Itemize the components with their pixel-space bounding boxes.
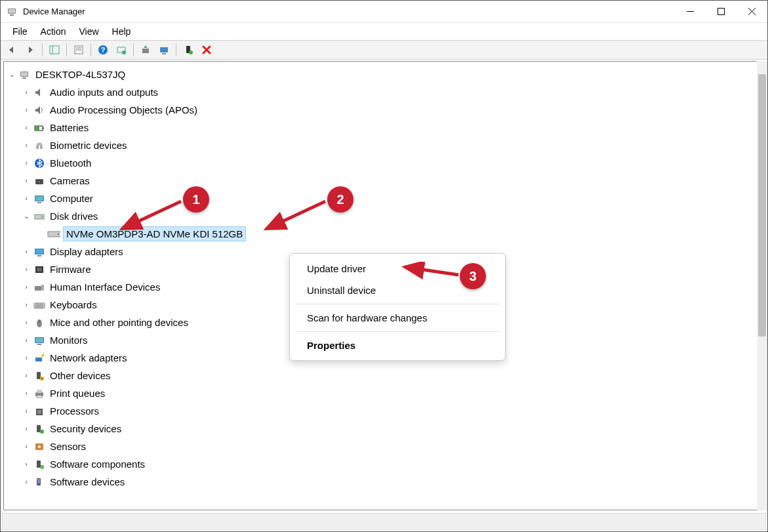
forward-button[interactable] — [22, 42, 39, 58]
maximize-button[interactable] — [706, 1, 737, 22]
svg-rect-16 — [142, 49, 149, 53]
tree-root[interactable]: ⌄ DESKTOP-4L537JQ — [7, 66, 761, 83]
tree-category-label: Sensors — [49, 439, 87, 454]
chevron-right-icon[interactable]: › — [21, 158, 31, 168]
tree-category[interactable]: › Print queues — [7, 384, 761, 402]
svg-point-15 — [122, 51, 126, 54]
svg-rect-62 — [37, 410, 41, 414]
properties-button[interactable] — [70, 42, 87, 58]
window-title: Device Manager — [23, 7, 675, 16]
chevron-down-icon[interactable]: ⌄ — [7, 70, 17, 79]
uninstall-device-button[interactable] — [155, 42, 172, 58]
svg-point-20 — [189, 51, 193, 54]
chevron-right-icon[interactable]: › — [21, 194, 31, 203]
enable-device-button[interactable] — [180, 42, 197, 58]
category-icon — [33, 157, 46, 169]
tree-category[interactable]: › Audio inputs and outputs — [7, 83, 761, 101]
chevron-right-icon[interactable]: › — [21, 353, 31, 363]
category-icon — [33, 264, 46, 276]
tree-category[interactable]: › Audio Processing Objects (APOs) — [7, 101, 761, 119]
category-icon — [33, 211, 46, 222]
tree-category[interactable]: › Biometric devices — [7, 136, 761, 154]
category-icon — [33, 423, 46, 435]
help-button[interactable]: ? — [94, 42, 111, 58]
chevron-right-icon[interactable]: › — [21, 459, 31, 469]
svg-point-64 — [40, 430, 44, 434]
tree-category[interactable]: › ? Other devices — [7, 367, 761, 384]
chevron-right-icon[interactable]: › — [21, 441, 31, 451]
chevron-right-icon[interactable]: › — [21, 300, 31, 310]
vertical-scrollbar[interactable] — [757, 61, 767, 510]
show-hide-tree-button[interactable] — [46, 42, 63, 58]
chevron-right-icon[interactable]: › — [21, 87, 31, 97]
tree-category[interactable]: › Processors — [7, 402, 761, 420]
category-icon — [33, 476, 46, 488]
app-icon — [6, 6, 18, 18]
scan-hardware-button[interactable] — [113, 42, 130, 58]
tree-category-label: Audio inputs and outputs — [49, 85, 159, 100]
menu-file[interactable]: File — [6, 24, 34, 39]
svg-rect-4 — [718, 9, 725, 15]
chevron-right-icon[interactable]: › — [21, 282, 31, 292]
tree-category[interactable]: › Software devices — [7, 473, 761, 491]
titlebar: Device Manager — [1, 1, 767, 23]
chevron-right-icon[interactable]: › — [21, 264, 31, 274]
tree-category-label: Firmware — [49, 262, 92, 277]
toolbar-separator — [133, 43, 134, 56]
category-icon — [33, 104, 46, 116]
menu-help[interactable]: Help — [106, 24, 138, 39]
category-icon — [33, 388, 46, 399]
toolbar-separator — [91, 43, 91, 56]
svg-rect-26 — [35, 127, 39, 130]
ctx-properties[interactable]: Properties — [290, 335, 505, 356]
tree-category[interactable]: › Security devices — [7, 420, 761, 438]
close-button[interactable] — [737, 1, 767, 22]
svg-rect-53 — [37, 344, 41, 345]
tree-category[interactable]: › Sensors — [7, 438, 761, 455]
svg-text:?: ? — [101, 46, 106, 54]
chevron-right-icon[interactable]: › — [21, 388, 31, 398]
chevron-right-icon[interactable]: › — [21, 176, 31, 186]
tree-category-label: Other devices — [49, 368, 112, 383]
tree-category-label: Software devices — [49, 474, 126, 489]
category-icon — [33, 352, 46, 364]
annotation-arrow-2 — [260, 196, 332, 235]
chevron-down-icon[interactable]: ⌄ — [21, 211, 31, 221]
chevron-right-icon[interactable]: › — [21, 317, 31, 327]
chevron-right-icon[interactable]: › — [21, 406, 31, 416]
minimize-button[interactable] — [675, 1, 706, 22]
chevron-right-icon[interactable]: › — [21, 477, 31, 487]
chevron-right-icon[interactable]: › — [21, 335, 31, 345]
tree-category-label: Monitors — [49, 333, 89, 348]
update-driver-button[interactable] — [137, 42, 154, 58]
annotation-callout-3: 3 — [460, 263, 486, 289]
tree-category[interactable]: › Cameras — [7, 172, 761, 190]
annotation-callout-2: 2 — [327, 186, 354, 213]
disable-device-button[interactable] — [198, 42, 215, 58]
category-icon — [33, 299, 46, 311]
category-icon — [33, 246, 46, 258]
scrollbar-thumb[interactable] — [758, 74, 766, 337]
statusbar — [2, 513, 766, 530]
svg-rect-23 — [22, 77, 26, 79]
tree-category[interactable]: › Bluetooth — [7, 154, 761, 172]
chevron-right-icon[interactable]: › — [21, 105, 31, 115]
tree-category-label: Audio Processing Objects (APOs) — [49, 102, 199, 117]
menu-view[interactable]: View — [72, 24, 105, 39]
ctx-scan-hardware[interactable]: Scan for hardware changes — [290, 307, 505, 329]
back-button[interactable] — [3, 42, 20, 58]
tree-category[interactable]: › + Software components — [7, 455, 761, 473]
tree-category[interactable]: › Batteries — [7, 119, 761, 136]
chevron-right-icon[interactable]: › — [21, 424, 31, 434]
svg-rect-33 — [37, 202, 41, 203]
svg-rect-32 — [35, 196, 43, 201]
svg-rect-1 — [9, 9, 15, 13]
category-icon — [33, 441, 46, 453]
chevron-right-icon[interactable]: › — [21, 371, 31, 380]
menu-action[interactable]: Action — [34, 24, 73, 39]
svg-rect-52 — [35, 338, 43, 342]
chevron-right-icon[interactable]: › — [21, 140, 31, 150]
svg-point-30 — [39, 180, 40, 182]
chevron-right-icon[interactable]: › — [21, 247, 31, 256]
chevron-right-icon[interactable]: › — [21, 123, 31, 133]
